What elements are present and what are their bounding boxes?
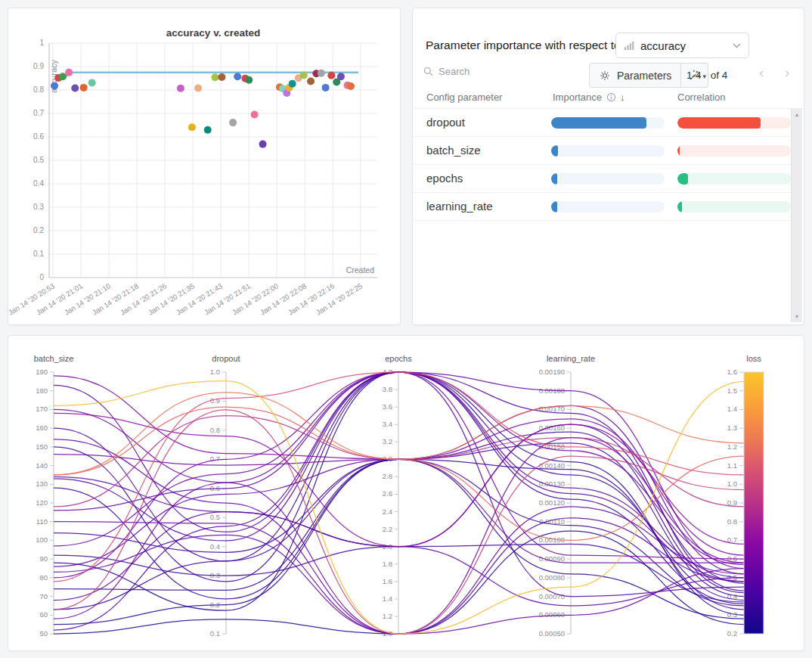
search-icon	[423, 67, 433, 76]
parallel-coordinates-chart[interactable]: 5060708090100110120130140150160170180190…	[8, 336, 804, 650]
prev-page-chevron[interactable]: ‹	[759, 64, 764, 81]
svg-text:50: 50	[39, 629, 48, 638]
svg-text:60: 60	[39, 610, 48, 619]
param-name: epochs	[426, 172, 463, 185]
importance-bar	[551, 117, 665, 129]
svg-text:160: 160	[36, 424, 48, 432]
svg-text:100: 100	[36, 535, 48, 544]
param-name: batch_size	[426, 144, 481, 157]
svg-text:1.4: 1.4	[383, 594, 392, 603]
svg-text:1.8: 1.8	[383, 560, 392, 568]
svg-text:0.8: 0.8	[33, 85, 44, 94]
svg-text:0.9: 0.9	[33, 62, 44, 70]
svg-text:1.4: 1.4	[727, 405, 737, 413]
svg-text:0.00190: 0.00190	[539, 368, 565, 376]
parallel-coordinates-panel: 5060708090100110120130140150160170180190…	[8, 335, 804, 651]
svg-text:120: 120	[36, 498, 48, 507]
pagination-caret-icon: ▾	[703, 73, 707, 80]
svg-text:epochs: epochs	[385, 354, 412, 363]
svg-text:190: 190	[36, 368, 48, 376]
svg-text:1.5: 1.5	[727, 386, 737, 395]
svg-text:2.6: 2.6	[383, 489, 392, 498]
svg-text:0.00050: 0.00050	[539, 629, 565, 638]
importance-bar	[551, 201, 665, 213]
svg-text:dropout: dropout	[212, 354, 240, 363]
svg-text:0.8: 0.8	[210, 426, 220, 434]
svg-text:70: 70	[39, 592, 48, 601]
svg-text:Jan 14 '20 20:53: Jan 14 '20 20:53	[8, 281, 56, 316]
next-page-chevron[interactable]: ›	[785, 64, 789, 81]
svg-text:batch_size: batch_size	[34, 354, 74, 363]
svg-text:2.4: 2.4	[383, 507, 392, 516]
svg-text:Created: Created	[346, 265, 375, 275]
table-row: epochs	[413, 165, 791, 193]
parameters-button[interactable]: Parameters	[589, 63, 681, 88]
svg-text:1: 1	[39, 39, 44, 47]
svg-text:110: 110	[36, 517, 48, 526]
metric-dropdown[interactable]: accuracy	[615, 33, 749, 58]
svg-text:0.00080: 0.00080	[539, 573, 565, 582]
svg-text:0.00120: 0.00120	[539, 498, 565, 507]
svg-text:0.2: 0.2	[727, 629, 737, 638]
svg-text:80: 80	[39, 573, 48, 582]
header-correlation[interactable]: Correlation	[677, 92, 726, 103]
svg-text:2.8: 2.8	[383, 472, 392, 480]
svg-text:0.3: 0.3	[33, 203, 44, 211]
header-importance[interactable]: Importance ↓	[553, 92, 625, 103]
svg-text:0.4: 0.4	[33, 179, 44, 188]
metric-dropdown-value: accuracy	[640, 39, 733, 52]
correlation-bar	[677, 145, 791, 157]
table-row: learning_rate	[413, 193, 791, 221]
svg-text:0.7: 0.7	[210, 455, 220, 463]
bar-chart-icon	[624, 40, 634, 51]
svg-text:1.2: 1.2	[727, 442, 737, 451]
pagination-of: of 4	[711, 70, 728, 81]
svg-text:3.8: 3.8	[383, 385, 392, 393]
svg-text:1.6: 1.6	[383, 577, 392, 585]
correlation-bar	[677, 201, 791, 213]
svg-text:1.0: 1.0	[210, 368, 220, 376]
pagination-range[interactable]: 1-4	[686, 70, 702, 81]
table-header: Config parameter Importance ↓ Correlatio…	[413, 86, 804, 109]
table-scrollbar[interactable]: ▲ ▼	[791, 109, 802, 322]
importance-bar	[551, 145, 665, 157]
svg-text:0.4: 0.4	[210, 542, 220, 551]
svg-text:0.6: 0.6	[33, 132, 44, 141]
svg-text:130: 130	[36, 480, 48, 488]
chevron-down-icon	[733, 43, 741, 48]
scroll-up-icon[interactable]: ▲	[795, 112, 800, 117]
svg-text:3.4: 3.4	[383, 420, 392, 428]
sort-desc-icon[interactable]: ↓	[620, 92, 625, 103]
svg-text:0.5: 0.5	[210, 513, 220, 521]
svg-text:3.2: 3.2	[383, 437, 392, 445]
panel-title: Parameter importance with respect to	[426, 39, 621, 52]
svg-text:0.9: 0.9	[210, 396, 220, 405]
svg-text:1.6: 1.6	[727, 368, 737, 376]
svg-text:1.1: 1.1	[727, 461, 737, 470]
param-name: learning_rate	[426, 200, 493, 213]
svg-text:0.00130: 0.00130	[539, 480, 565, 488]
svg-text:2.2: 2.2	[383, 525, 392, 533]
svg-text:0.2: 0.2	[33, 226, 44, 234]
svg-text:90: 90	[39, 554, 48, 563]
svg-text:170: 170	[36, 405, 48, 413]
svg-text:1.0: 1.0	[727, 480, 737, 488]
scatter-chart[interactable]: Jan 14 '20 20:53Jan 14 '20 21:01Jan 14 '…	[8, 8, 400, 324]
svg-text:150: 150	[36, 442, 48, 451]
svg-text:0.1: 0.1	[210, 629, 220, 638]
info-icon[interactable]	[606, 92, 616, 102]
svg-text:0: 0	[39, 273, 44, 281]
header-config-parameter[interactable]: Config parameter	[426, 92, 502, 103]
svg-text:accuracy v. created: accuracy v. created	[166, 27, 260, 39]
svg-text:140: 140	[36, 461, 48, 470]
svg-text:0.00070: 0.00070	[539, 592, 565, 601]
pagination[interactable]: 1-4▾ of 4	[686, 70, 727, 81]
search-box	[423, 66, 552, 77]
scatter-panel: Jan 14 '20 20:53Jan 14 '20 21:01Jan 14 '…	[8, 8, 401, 325]
table-row: dropout	[413, 109, 791, 137]
gear-icon	[599, 70, 611, 82]
svg-text:learning_rate: learning_rate	[547, 354, 595, 363]
correlation-bar	[677, 173, 791, 185]
scroll-down-icon[interactable]: ▼	[795, 314, 800, 319]
search-input[interactable]	[439, 66, 544, 77]
